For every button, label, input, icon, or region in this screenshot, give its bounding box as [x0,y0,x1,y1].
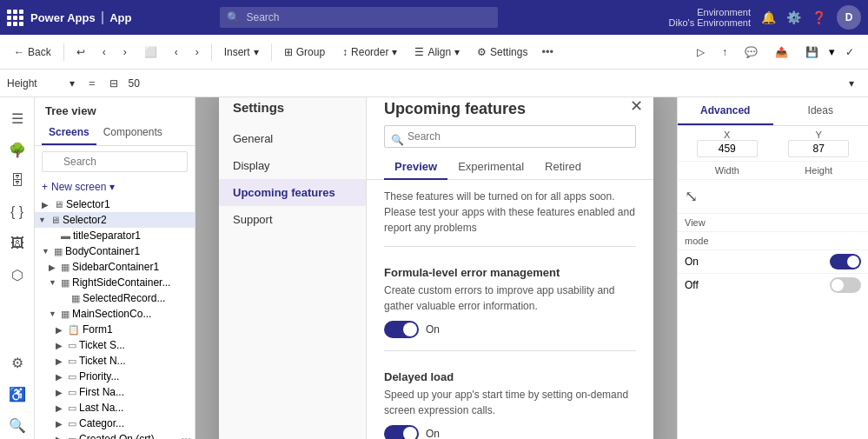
list-item[interactable]: ▼ ▦ RightSideContainer... [35,275,195,290]
toolbar-sep-1 [63,43,64,61]
on-toggle[interactable] [830,254,861,269]
undo-button[interactable]: ↩ [70,43,92,62]
tab-advanced[interactable]: Advanced [678,97,773,125]
search-input[interactable] [220,7,498,28]
align-icon: ☰ [414,46,424,58]
settings-panel: Settings General Display Upcoming featur… [219,97,367,439]
database-icon[interactable]: 🗄 [3,167,31,195]
tree-search-input[interactable] [42,151,188,172]
y-input[interactable] [788,140,849,157]
item-label: Selector2 [63,214,107,226]
settings-icon[interactable]: ⚙️ [786,10,801,24]
toolbar-sep-3 [271,43,272,61]
reorder-button[interactable]: ↕ Reorder ▾ [335,43,404,62]
list-item[interactable]: ▶ ▭ Priority... [35,369,195,384]
modal-close-button[interactable]: ✕ [630,97,643,116]
settings-button[interactable]: ⚙ Settings [470,43,534,62]
list-item[interactable]: ▬ titleSeparator1 [35,228,195,243]
notification-icon[interactable]: 🔔 [761,10,776,24]
share-button[interactable]: ↑ [715,43,734,62]
redo-chevron-left[interactable]: ‹ [96,43,113,62]
group-button[interactable]: ⊞ Group [277,43,332,62]
chevron-left-button[interactable]: ‹ [168,43,185,62]
chevron-right-button[interactable]: › [189,43,206,62]
formula-bar-chevron[interactable]: ▾ [63,74,82,93]
tab-ideas[interactable]: Ideas [773,97,869,125]
list-item[interactable]: ▼ ▦ BodyContainer1 [35,243,195,259]
copy-button[interactable]: ⬜ [137,43,164,62]
publish-button[interactable]: 📤 [768,43,795,62]
more-icon[interactable]: ••• [181,434,191,439]
off-toggle[interactable] [830,277,861,293]
back-button[interactable]: ← Back [7,43,58,62]
formula-input[interactable] [129,77,838,90]
toggle-label-1[interactable] [384,321,419,338]
settings-item-general[interactable]: General [219,125,366,152]
screen-icon: 🖥 [54,199,63,210]
list-item[interactable]: ▶ ▭ Created On (crt)... ••• [35,431,195,439]
app-checker-button[interactable]: ✓ [838,43,861,62]
list-item[interactable]: ▶ ▭ Last Na... [35,400,195,416]
list-item[interactable]: ▶ 🖥 Selector1 [35,196,195,212]
off-toggle-knob [832,279,844,291]
preview-button[interactable]: ▷ [690,43,712,62]
reorder-label: Reorder [351,46,388,58]
item-label: Selector1 [66,198,110,210]
list-item[interactable]: ▦ SelectedRecord... [35,290,195,306]
list-item[interactable]: ▶ ▭ Ticket S... [35,337,195,353]
settings-sidebar-icon[interactable]: ⚙ [3,349,31,376]
settings-item-display[interactable]: Display [219,152,366,179]
tab-components[interactable]: Components [96,121,169,145]
toggle-slider-2 [384,425,419,440]
tree-icon[interactable]: 🌳 [3,136,31,163]
home-icon[interactable]: ☰ [3,104,31,132]
search-panel-icon[interactable]: 🔍 [3,411,31,439]
media-icon[interactable]: 🖼 [3,229,31,257]
save-button[interactable]: 💾 [798,43,825,62]
toggle-label-2[interactable] [384,425,419,440]
global-search[interactable]: 🔍 [220,7,498,28]
toolbar: ← Back ↩ ‹ › ⬜ ‹ › Insert ▾ ⊞ Group ↕ Re… [0,35,868,70]
components-icon[interactable]: ⬡ [3,261,31,289]
help-icon[interactable]: ❓ [812,10,826,24]
redo-chevron-right[interactable]: › [116,43,134,62]
tab-experimental[interactable]: Experimental [447,155,534,179]
tab-retired[interactable]: Retired [534,155,592,179]
settings-modal: Settings General Display Upcoming featur… [219,97,653,439]
avatar[interactable]: D [837,5,861,30]
container-icon: ▦ [71,293,80,304]
variable-icon[interactable]: { } [3,198,31,226]
settings-item-support[interactable]: Support [219,206,366,233]
align-button[interactable]: ☰ Align ▾ [407,43,467,62]
x-input[interactable] [697,140,758,157]
modal-search-container: 🔍 [367,125,653,155]
formula-bar: Height ▾ = ⊟ ▾ [0,70,868,97]
list-item[interactable]: ▼ 🖥 Selector2 [35,212,195,228]
settings-item-upcoming[interactable]: Upcoming features [219,179,366,206]
accessibility-icon[interactable]: ♿ [3,380,31,408]
tab-screens[interactable]: Screens [42,121,96,145]
formula-bar-collapse[interactable]: ▾ [842,74,861,93]
item-label: BodyContainer1 [65,245,140,257]
save-chevron-icon[interactable]: ▾ [829,45,835,58]
grid-icon [7,10,23,26]
insert-button[interactable]: Insert ▾ [217,43,266,62]
modal-search-icon: 🔍 [391,134,404,146]
toolbar-more-icon[interactable]: ••• [538,45,557,58]
comment-button[interactable]: 💬 [738,43,765,62]
item-label: Last Na... [79,402,123,414]
list-item[interactable]: ▶ 📋 Form1 [35,322,195,337]
new-screen-button[interactable]: + New screen ▾ [35,177,195,196]
modal-search-input[interactable] [384,125,636,148]
feature-delayed-load: Delayed load Speed up your app's start t… [384,360,636,440]
field-icon: ▭ [68,356,76,367]
mode-label: mode [685,236,709,246]
list-item[interactable]: ▶ ▦ SidebarContainer1 [35,259,195,275]
list-item[interactable]: ▶ ▭ Ticket N... [35,353,195,369]
list-item[interactable]: ▶ ▭ Categor... [35,416,195,431]
tab-preview[interactable]: Preview [384,155,447,180]
tree-search[interactable] [35,146,195,177]
formula-bar-expand[interactable]: ⊟ [103,74,125,93]
list-item[interactable]: ▶ ▭ First Na... [35,384,195,400]
list-item[interactable]: ▼ ▦ MainSectionCo... [35,306,195,322]
